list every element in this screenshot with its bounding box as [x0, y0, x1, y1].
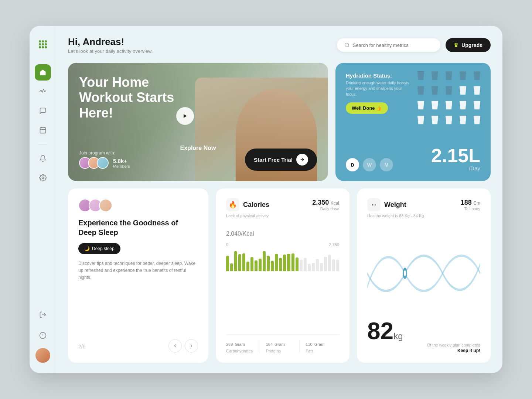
nutrient-carbs: 269 Gram Carbohydrates — [226, 340, 260, 353]
bar-11 — [271, 261, 274, 271]
hero-bottom: Join program with: 5.8k+ Members — [79, 149, 317, 171]
hydration-bottom: D W M 2.15L /Day — [346, 146, 480, 171]
cup-3 — [443, 70, 454, 83]
cup-2 — [429, 70, 440, 83]
progress-max: 2,350 — [329, 242, 339, 247]
bar-13 — [279, 258, 282, 271]
upgrade-button[interactable]: ♛ Upgrade — [446, 38, 491, 52]
weight-subtitle: Tall body — [461, 207, 480, 211]
sidebar-item-calendar[interactable] — [35, 122, 51, 138]
bar-10 — [267, 256, 270, 271]
calories-daily-value: 2.350 — [312, 199, 329, 206]
header-right: ♛ Upgrade — [337, 38, 491, 52]
user-avatar[interactable] — [35, 348, 50, 363]
cup-8 — [443, 85, 454, 98]
cup-12 — [429, 100, 440, 112]
bar-19 — [304, 258, 307, 271]
proteins-amount: 164 Gram — [266, 340, 300, 348]
weight-kg-value: 82kg — [367, 319, 480, 343]
member-avatar-3 — [97, 157, 109, 169]
weight-current: 82kg Of the weekly plan completed Keep i… — [367, 319, 480, 353]
sidebar-item-home[interactable] — [35, 64, 51, 81]
svg-point-9 — [45, 46, 47, 48]
bar-0 — [226, 256, 229, 271]
search-bar[interactable] — [337, 38, 440, 52]
hydration-amount: 2.15L /Day — [431, 146, 480, 171]
weight-value: 188 Cm Tall body — [461, 199, 480, 211]
members-info: Join program with: 5.8k+ Members — [79, 150, 130, 169]
sidebar-item-logout[interactable] — [35, 307, 51, 323]
bar-26 — [332, 259, 335, 271]
start-trial-button[interactable]: Start Free Trial — [245, 149, 317, 171]
calories-title-row: 🔥 Calories — [226, 198, 269, 211]
cups-grid — [415, 70, 483, 127]
hero-content: Your Home Workout Starts Here! — [79, 75, 317, 120]
sleep-next-button[interactable] — [185, 339, 198, 352]
bar-24 — [324, 257, 327, 271]
svg-point-8 — [42, 46, 44, 48]
sidebar-item-settings[interactable] — [35, 170, 51, 186]
cup-16 — [415, 115, 426, 127]
sleep-navigation — [168, 339, 198, 352]
cup-6 — [415, 85, 426, 98]
fats-label: Fats — [306, 349, 339, 353]
nav-divider — [38, 144, 47, 144]
proteins-label: Proteins — [266, 349, 300, 353]
hydration-tab-week[interactable]: W — [363, 158, 376, 171]
svg-point-24 — [404, 270, 406, 276]
crown-icon: ♛ — [454, 42, 458, 48]
calories-card: 🔥 Calories 2.350 Kcal Daily dose Lack of… — [216, 188, 349, 363]
cup-1 — [415, 70, 426, 83]
weight-healthy-range: Healthy weight is 68 Kg - 84 Kg — [367, 214, 480, 218]
weight-cm-value: 188 — [461, 199, 472, 206]
sleep-badge-label: Deep sleep — [92, 246, 115, 251]
sidebar-item-chat[interactable] — [35, 103, 51, 119]
sidebar-item-notifications[interactable] — [35, 150, 51, 167]
sleep-page-total: 6 — [83, 344, 86, 349]
cup-13 — [443, 100, 454, 112]
bar-21 — [312, 263, 315, 271]
sleep-footer: 2/6 — [78, 339, 198, 352]
cup-9 — [457, 85, 468, 98]
arrow-circle — [296, 154, 308, 166]
bar-7 — [255, 260, 258, 271]
bar-4 — [242, 253, 245, 271]
sleep-prev-button[interactable] — [168, 339, 182, 352]
weight-title-row: ↔ Weight — [367, 198, 406, 211]
weight-icon: ↔ — [367, 198, 381, 211]
search-input[interactable] — [353, 42, 433, 48]
upgrade-label: Upgrade — [461, 42, 482, 48]
calories-current-value: 2.040/Kcal — [226, 222, 339, 239]
bar-23 — [320, 263, 323, 271]
cup-5 — [471, 70, 482, 83]
svg-point-20 — [345, 43, 349, 47]
sidebar-item-activity[interactable] — [35, 83, 51, 100]
bar-3 — [238, 254, 241, 271]
bar-18 — [300, 260, 303, 271]
search-icon — [344, 42, 350, 48]
app-logo — [35, 36, 51, 52]
hydration-tabs: D W M — [346, 158, 393, 171]
play-button[interactable] — [176, 107, 194, 125]
bar-27 — [336, 260, 339, 271]
hydration-tab-month[interactable]: M — [380, 158, 393, 171]
hydration-value: 2.15L — [431, 146, 480, 165]
header-left: Hi, Andreas! Let's look at your daily ac… — [68, 36, 153, 54]
svg-point-15 — [42, 177, 44, 179]
weight-title: Weight — [384, 201, 406, 209]
weight-card: ↔ Weight 188 Cm Tall body Healthy weight… — [357, 188, 491, 363]
sleep-avatar-3 — [99, 199, 112, 212]
calories-title: Calories — [243, 201, 269, 209]
hydration-tab-day[interactable]: D — [346, 158, 359, 171]
member-avatars — [79, 157, 109, 169]
start-trial-label: Start Free Trial — [254, 157, 293, 163]
bar-14 — [283, 255, 286, 271]
svg-point-5 — [42, 43, 44, 45]
well-done-button[interactable]: Well Done 👍 — [346, 102, 388, 114]
sidebar-item-alert[interactable] — [35, 327, 51, 344]
progress-min: 0 — [226, 242, 228, 247]
bar-25 — [328, 255, 331, 271]
header: Hi, Andreas! Let's look at your daily ac… — [68, 36, 491, 54]
bar-17 — [296, 258, 299, 271]
weight-cm-unit: Cm — [473, 201, 480, 206]
